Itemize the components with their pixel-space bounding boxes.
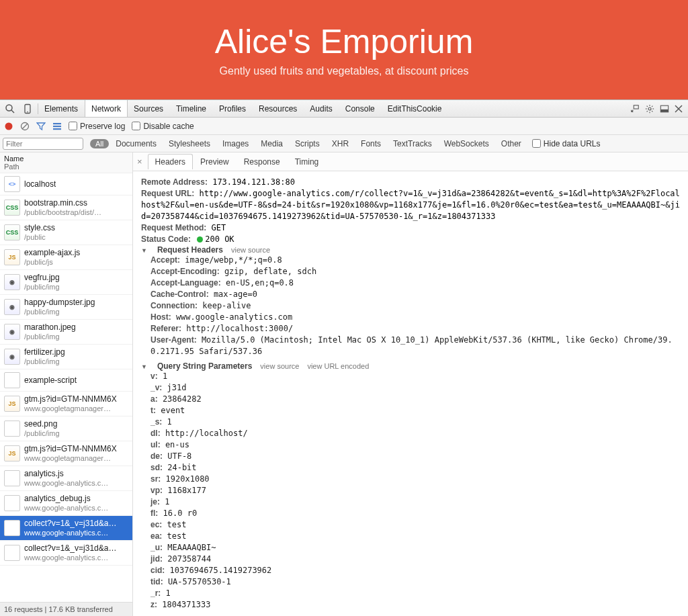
request-row[interactable]: ◉fertilizer.jpg/public/img: [0, 345, 132, 369]
request-row[interactable]: <>localhost: [0, 173, 132, 195]
request-row[interactable]: collect?v=1&_v=j31d&a…www.google-analyti…: [0, 541, 132, 566]
header-key: je:: [150, 497, 160, 507]
request-row[interactable]: ◉happy-dumpster.jpg/public/img: [0, 295, 132, 320]
devtools-tab-editthiscookie[interactable]: EditThisCookie: [382, 100, 449, 117]
devtools-tab-elements[interactable]: Elements: [38, 100, 85, 117]
header-value: UTF-8: [163, 451, 191, 461]
view-source-link[interactable]: view source: [231, 246, 270, 254]
preserve-log-toggle[interactable]: Preserve log: [69, 122, 125, 131]
request-path: www.google-analytics.c…: [24, 503, 108, 513]
details-body[interactable]: Remote Address: 173.194.121.38:80 Reques…: [133, 171, 688, 616]
header-value: image/webp,*/*;q=0.8: [180, 255, 282, 265]
filter-tab-texttracks[interactable]: TextTracks: [393, 139, 432, 148]
svg-rect-15: [660, 109, 668, 112]
header-key: a:: [150, 394, 158, 404]
dock-icon[interactable]: [660, 104, 669, 114]
filetype-css-icon: CSS: [4, 200, 20, 216]
filetype-css-icon: CSS: [4, 224, 20, 240]
filetype-file-icon: [4, 421, 20, 437]
devtools-tab-profiles[interactable]: Profiles: [213, 100, 253, 117]
detail-tab-timing[interactable]: Timing: [288, 154, 327, 169]
request-row[interactable]: CSSbootstrap.min.css/public/bootstrap/di…: [0, 195, 132, 220]
header-key: vp:: [150, 486, 163, 495]
request-row[interactable]: analytics_debug.jswww.google-analytics.c…: [0, 491, 132, 516]
filter-input[interactable]: [3, 138, 83, 150]
header-key: tid:: [150, 577, 163, 586]
filter-tab-scripts[interactable]: Scripts: [295, 139, 320, 148]
gear-icon[interactable]: [645, 104, 654, 114]
page-hero: Alice's Emporium Gently used fruits and …: [0, 0, 688, 99]
header-value: 23864282: [158, 394, 202, 404]
request-name: happy-dumpster.jpg: [24, 298, 95, 307]
devtools-tab-resources[interactable]: Resources: [253, 100, 304, 117]
request-name: localhost: [24, 179, 56, 189]
filter-all-pill[interactable]: All: [90, 139, 109, 148]
request-name: analytics_debug.js: [24, 494, 108, 503]
clear-icon[interactable]: [20, 122, 30, 131]
search-icon[interactable]: [5, 103, 15, 114]
svg-line-10: [647, 105, 648, 106]
large-rows-icon[interactable]: [52, 122, 62, 131]
header-key: Cache-Control:: [150, 290, 209, 299]
devtools-tab-timeline[interactable]: Timeline: [170, 100, 213, 117]
filter-tab-xhr[interactable]: XHR: [332, 139, 349, 148]
detail-tab-headers[interactable]: Headers: [148, 154, 193, 169]
filter-tab-other[interactable]: Other: [501, 139, 521, 148]
request-row[interactable]: CSSstyle.css/public: [0, 220, 132, 245]
filetype-file-icon: [4, 470, 20, 486]
filter-tab-fonts[interactable]: Fonts: [361, 139, 381, 148]
header-key: _s:: [150, 417, 162, 427]
request-row[interactable]: collect?v=1&_v=j31d&a…www.google-analyti…: [0, 516, 132, 541]
header-value: 24-bit: [163, 463, 197, 472]
filter-icon[interactable]: [36, 122, 46, 131]
request-list-header[interactable]: Name Path: [0, 152, 132, 173]
close-devtools-icon[interactable]: [675, 105, 683, 113]
triangle-icon[interactable]: [141, 245, 149, 255]
filetype-img-icon: ◉: [4, 299, 20, 315]
filter-tab-documents[interactable]: Documents: [116, 139, 157, 148]
devtools-tab-console[interactable]: Console: [339, 100, 382, 117]
devtools-tab-network[interactable]: Network: [85, 100, 128, 117]
record-icon[interactable]: [4, 122, 13, 131]
device-icon[interactable]: [22, 103, 33, 114]
svg-point-0: [6, 105, 12, 111]
detail-tab-response[interactable]: Response: [236, 154, 288, 169]
request-row[interactable]: analytics.jswww.google-analytics.c…: [0, 466, 132, 491]
hide-data-urls-toggle[interactable]: Hide data URLs: [532, 139, 601, 148]
request-list-sidebar: Name Path <>localhostCSSbootstrap.min.cs…: [0, 152, 133, 616]
header-key: v:: [150, 371, 158, 381]
header-value: 16.0 r0: [158, 509, 197, 518]
request-row[interactable]: JSgtm.js?id=GTM-NNMM6Xwww.googletagmanag…: [0, 392, 132, 416]
disable-cache-toggle[interactable]: Disable cache: [132, 122, 194, 131]
header-key: _u:: [150, 543, 163, 552]
svg-line-12: [652, 105, 652, 106]
header-value: 1: [158, 371, 167, 381]
request-path: www.googletagmanager…: [24, 404, 117, 413]
drawer-toggle-icon[interactable]: [630, 104, 640, 114]
request-row[interactable]: JSgtm.js?id=GTM-NNMM6Xwww.googletagmanag…: [0, 441, 132, 466]
header-key: dl:: [150, 429, 161, 438]
request-row[interactable]: JSexample-ajax.js/public/js: [0, 245, 132, 270]
header-key: Accept-Encoding:: [150, 267, 220, 276]
devtools-tab-audits[interactable]: Audits: [304, 100, 339, 117]
filter-tab-media[interactable]: Media: [261, 139, 283, 148]
request-row[interactable]: ◉marathon.jpeg/public/img: [0, 320, 132, 345]
filter-tab-images[interactable]: Images: [222, 139, 249, 148]
filetype-file-icon: [4, 495, 20, 511]
view-source-link[interactable]: view source: [260, 362, 299, 370]
request-row[interactable]: seed.png/public/img: [0, 416, 132, 441]
header-key: sr:: [150, 474, 161, 484]
request-row[interactable]: example-script: [0, 369, 132, 392]
triangle-icon[interactable]: [141, 361, 149, 371]
header-key: Connection:: [150, 301, 198, 310]
filter-tab-websockets[interactable]: WebSockets: [444, 139, 489, 148]
request-row[interactable]: ◉vegfru.jpg/public/img: [0, 270, 132, 295]
svg-line-11: [652, 111, 652, 112]
detail-tab-preview[interactable]: Preview: [193, 154, 236, 169]
request-name: marathon.jpeg: [24, 322, 76, 332]
close-details-icon[interactable]: ×: [137, 157, 142, 167]
view-url-encoded-link[interactable]: view URL encoded: [307, 362, 369, 370]
filter-tab-stylesheets[interactable]: Stylesheets: [169, 139, 210, 148]
filetype-js-icon: JS: [4, 445, 20, 461]
devtools-tab-sources[interactable]: Sources: [128, 100, 170, 117]
